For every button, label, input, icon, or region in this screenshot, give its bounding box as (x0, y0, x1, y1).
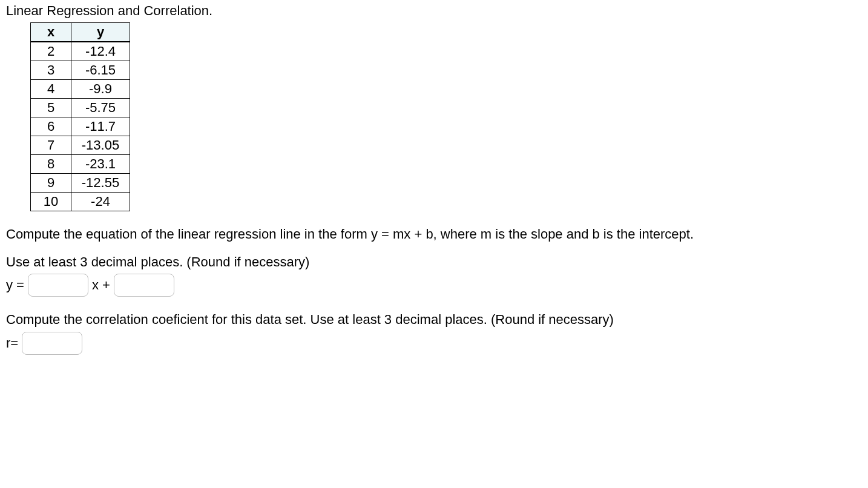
table-body: 2-12.4 3-6.15 4-9.9 5-5.75 6-11.7 7-13.0… (31, 42, 130, 211)
cell-y: -12.4 (71, 42, 130, 61)
table-row: 10-24 (31, 193, 130, 211)
cell-x: 4 (31, 80, 71, 99)
r-input[interactable] (22, 332, 82, 355)
y-equals-label: y = (6, 277, 24, 293)
table-row: 9-12.55 (31, 174, 130, 193)
table-row: 2-12.4 (31, 42, 130, 61)
table-row: 8-23.1 (31, 155, 130, 174)
data-table: x y 2-12.4 3-6.15 4-9.9 5-5.75 6-11.7 7-… (30, 22, 130, 211)
table-row: 6-11.7 (31, 117, 130, 136)
instruction-decimals: Use at least 3 decimal places. (Round if… (6, 254, 862, 271)
cell-y: -9.9 (71, 80, 130, 99)
cell-x: 6 (31, 117, 71, 136)
equation-row: y = x + (6, 274, 862, 297)
table-row: 5-5.75 (31, 99, 130, 117)
cell-y: -23.1 (71, 155, 130, 174)
table-row: 7-13.05 (31, 136, 130, 155)
table-row: 3-6.15 (31, 61, 130, 80)
col-header-y: y (71, 23, 130, 42)
r-equals-label: r= (6, 335, 18, 351)
cell-x: 8 (31, 155, 71, 174)
cell-y: -12.55 (71, 174, 130, 193)
cell-x: 5 (31, 99, 71, 117)
cell-y: -13.05 (71, 136, 130, 155)
x-plus-label: x + (92, 277, 110, 293)
instruction-correlation: Compute the correlation coeficient for t… (6, 311, 862, 328)
cell-x: 2 (31, 42, 71, 61)
intercept-input[interactable] (114, 274, 174, 297)
table-row: 4-9.9 (31, 80, 130, 99)
cell-x: 10 (31, 193, 71, 211)
col-header-x: x (31, 23, 71, 42)
cell-y: -5.75 (71, 99, 130, 117)
cell-x: 7 (31, 136, 71, 155)
instruction-regression: Compute the equation of the linear regre… (6, 226, 862, 243)
cell-x: 9 (31, 174, 71, 193)
r-row: r= (6, 332, 862, 355)
cell-x: 3 (31, 61, 71, 80)
page-title: Linear Regression and Correlation. (6, 3, 862, 19)
cell-y: -24 (71, 193, 130, 211)
slope-input[interactable] (28, 274, 88, 297)
cell-y: -6.15 (71, 61, 130, 80)
cell-y: -11.7 (71, 117, 130, 136)
